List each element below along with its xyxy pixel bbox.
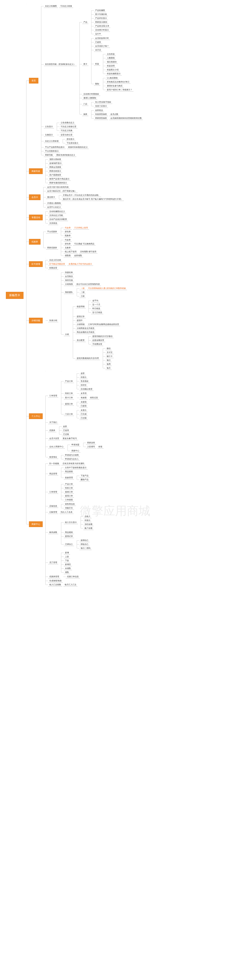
node-可自定义轮换: 可自定义轮换	[60, 129, 74, 132]
root-node: 新畅黑卡	[6, 292, 24, 299]
node-推荐产品-显卡商品显示: 推荐产品/显卡商品显示	[48, 177, 71, 181]
node-权益: 权益	[94, 62, 100, 66]
node-售后退款: 售后退款	[79, 379, 90, 383]
node-分销明细: 分销明细	[76, 323, 86, 326]
node-待发出: 待发出	[79, 375, 88, 379]
side-链接对应标题后自定义: 链接对应标题后自定义	[67, 145, 89, 149]
node-已绑自己: 已绑自己	[64, 542, 74, 546]
node-头像显示: 头像显示	[44, 133, 54, 137]
node-激活黑卡: 激活黑卡	[46, 196, 56, 199]
node-删除产品: 删除产品	[79, 478, 90, 481]
node-待发出: 待发出	[83, 519, 92, 522]
node-一级: 一级	[79, 286, 86, 290]
node-权限设置: 权限设置	[48, 266, 58, 270]
node-项目类跳转: 项目类跳转	[106, 60, 118, 64]
node-优惠券: 优惠券	[48, 429, 56, 432]
node-开通后人数限制: 开通后人数限制	[46, 202, 62, 205]
node-活动倒计时显示: 活动倒计时显示	[94, 28, 110, 32]
side-销售过后: 销售过后	[89, 396, 99, 399]
node-未发出: 未发出	[79, 409, 88, 412]
node-商家中心: 商家中心	[29, 521, 43, 527]
node-新增页: 新增页	[64, 563, 72, 566]
node-首页类型导航-置顶-吸顶-自定义-: 首页类型导航（置顶/吸顶/自定义）	[44, 62, 77, 66]
node-折扣券: 折扣券	[63, 242, 72, 246]
node-商家导航: 商家导航	[44, 153, 54, 157]
node-全平均: 全平均	[91, 299, 100, 302]
side-图标-名称-链接自定义: 图标/名称/链接自定义	[55, 153, 76, 157]
side-会员抽奖规则保存设置规则奖得次数: 会员抽奖规则保存设置规则奖得次数	[109, 116, 143, 120]
node-后台配置: 后台配置	[76, 339, 86, 342]
node-活动轮播图自定义: 活动轮播图自定义	[48, 210, 66, 213]
node-个人中心: 个人中心	[29, 414, 43, 419]
node-上架: 上架	[64, 555, 70, 558]
node-店铺信息: 店铺信息	[48, 504, 58, 508]
node-关于我们: 关于我们	[48, 421, 58, 424]
node-扫一扫核验: 扫一扫核验	[48, 462, 60, 465]
node-提现记录: 提现记录	[64, 535, 74, 538]
node-我的团队: 我的团队	[64, 291, 74, 294]
node-收益明细: 收益明细	[76, 305, 86, 308]
side-可以满减-可以换购商品: 可以满减 可以换购商品	[73, 242, 95, 246]
node-快捷名称: 快捷名称	[64, 270, 74, 274]
node-已过期: 已过期	[62, 433, 70, 436]
node-员工管理: 员工管理	[48, 561, 58, 564]
node-账务参数: 账务参数	[48, 531, 58, 534]
side-没有期限-都可使用: 没有期限 都可使用	[79, 250, 97, 253]
side-找出人工名表: 找出人工名表	[60, 511, 74, 514]
node-银行卡: 银行卡	[106, 355, 114, 358]
node-特权订单: 特权订单	[64, 391, 74, 395]
side-可自定义链接: 可自定义链接	[59, 4, 73, 8]
node-未开启: 未开启	[94, 48, 102, 52]
node-申请成为合伙人: 申请成为合伙人	[64, 457, 80, 461]
node-开通会员卡-可以自定义开通的优及金额-: 开通会员卡（可以自定义开通的优及金额）	[62, 194, 101, 197]
node-商家中心: 商家中心	[70, 449, 81, 453]
node-总收入: 总收入	[83, 515, 92, 518]
node-账户余额: 账户余额	[83, 527, 94, 530]
node-商家专属优惠券显示: 商家专属优惠券显示	[48, 181, 68, 185]
node-点击权益: 点击权益	[106, 52, 116, 56]
node-收入汇总报数: 收入汇总报数	[48, 583, 62, 586]
node-未提现: 未提现	[79, 400, 88, 404]
node-订单管理: 订单管理	[48, 394, 58, 398]
node-新增: 新增	[64, 551, 70, 555]
node-已使用: 已使用	[62, 429, 70, 432]
node-会员卡设置: 会员卡设置	[48, 437, 60, 440]
node-商家类型抽奖: 商家类型抽奖	[94, 116, 108, 120]
node-权益说明: 权益说明	[106, 64, 116, 68]
node-每周: 每周	[106, 363, 112, 366]
node-代金券: 代金券	[63, 226, 72, 229]
node-会员卡: 会员卡	[29, 194, 41, 200]
node-分销: 分销	[64, 332, 70, 336]
node-二级: 二级	[79, 291, 86, 294]
node-手续费设置: 手续费设置	[91, 342, 103, 346]
node-黑卡专属价格: 黑卡专属价格	[94, 13, 108, 16]
node-已过期: 已过期	[79, 416, 88, 420]
node-未领取: 未领取	[64, 566, 72, 570]
node-自动确认收货: 自动确认收货	[79, 387, 94, 391]
node-有效期: 有效期	[79, 396, 88, 399]
node-激活开关-后台生成会员卡账号-用户输入编码-卡号和密码进行开: 激活开关（后台生成会员卡账号 用户输入编码/卡号和密码进行开通）	[62, 197, 124, 201]
node-滚动显示: 滚动显示	[65, 137, 76, 141]
side-每月汇入汇总: 每月汇入汇总	[63, 583, 78, 586]
node-提现天数规则的开启-关闭: 提现天数规则的开启/关闭	[76, 356, 100, 360]
node-可自定义链接位置: 可自定义链接位置	[60, 125, 78, 128]
node-会员卡购买记忆-用于商家记账-: 会员卡购买记忆（用于商家记账）	[46, 189, 78, 193]
node-产品订单: 产品订单	[64, 482, 74, 486]
node-兑换券: 兑换券	[63, 246, 72, 250]
node-订单管理: 订单管理	[48, 490, 58, 494]
node-已超前: 已超前	[94, 40, 102, 44]
node-黑卡: 黑卡	[82, 62, 89, 66]
node-抵换券: 抵换券	[63, 234, 72, 237]
node-折扣券: 折扣券	[63, 230, 72, 234]
node-商品规则: 商品规则	[64, 531, 74, 534]
node-代金券: 代金券	[63, 238, 72, 242]
node-商家会员搜索: 商家会员搜索	[48, 165, 62, 169]
node-会员中心自定义: 会员中心自定义	[46, 205, 62, 209]
node-未享用: 未享用	[79, 391, 88, 395]
node-设置当前位置: 设置当前位置	[60, 133, 74, 137]
node-特权订单: 特权订单	[64, 486, 74, 490]
node-支持筛选: 支持筛选	[48, 221, 58, 225]
node-邀请好友参与购买: 邀请好友参与购买	[106, 84, 124, 88]
node-商家名称显示: 商家名称显示	[48, 169, 62, 173]
node-顶部分类标签: 顶部分类标签	[48, 158, 62, 161]
